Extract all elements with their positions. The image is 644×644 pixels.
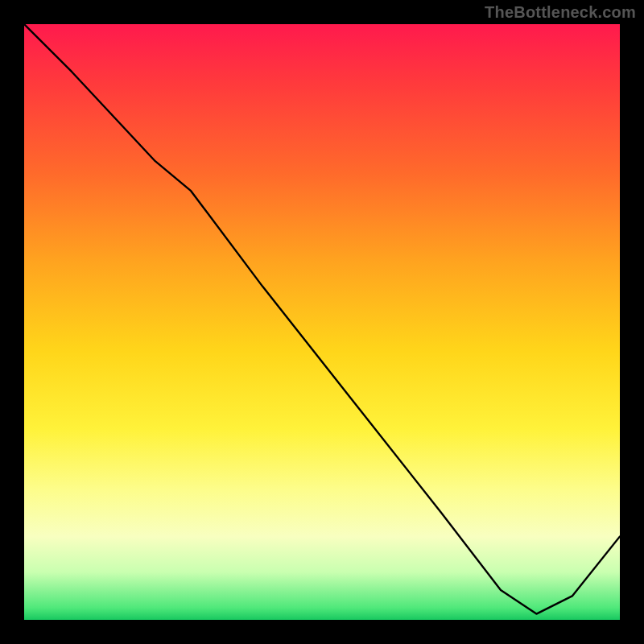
severity-gradient-background — [24, 24, 620, 620]
watermark-label: TheBottleneck.com — [485, 3, 636, 22]
chart-stage: TheBottleneck.com — [0, 0, 644, 644]
plot-area — [24, 24, 620, 620]
